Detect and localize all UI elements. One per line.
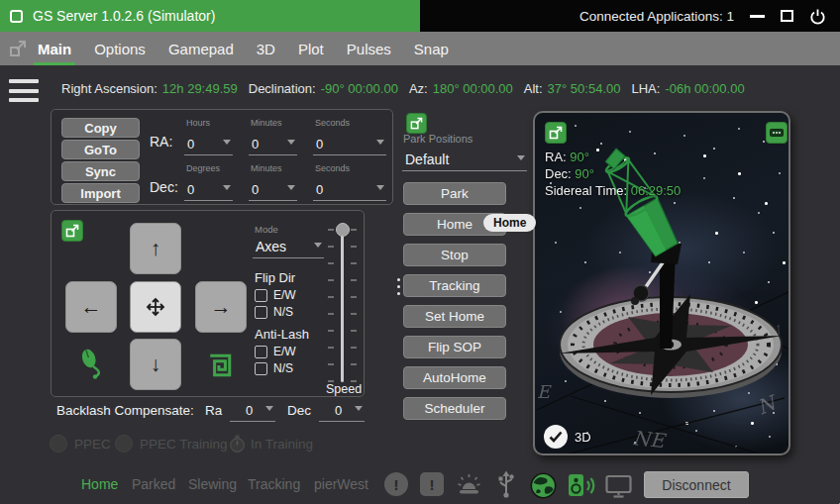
copy-button[interactable]: Copy (61, 118, 140, 138)
slew-down-button[interactable]: ↓ (130, 339, 181, 390)
slew-right-button[interactable]: → (195, 281, 247, 333)
popout-3d-view-icon[interactable] (545, 122, 567, 144)
status-tracking: Tracking (248, 476, 300, 492)
popout-window-icon[interactable] (8, 39, 28, 58)
coordinate-readout: Right Ascension: 12h 29:49.59 Declinatio… (61, 69, 756, 107)
ppec-label: PPEC (74, 437, 111, 452)
goto-coordinates-panel: Copy GoTo Sync Import RA: Dec: Hours 0 M… (51, 109, 393, 205)
tab-options[interactable]: Options (94, 41, 146, 57)
compass-script-e: E (537, 381, 552, 402)
view-options-icon[interactable] (766, 122, 788, 144)
flip-ns-label: N/S (273, 305, 293, 319)
maximize-icon[interactable] (781, 10, 793, 22)
speed-slider-track[interactable] (341, 229, 344, 382)
telescope-3d-viewport[interactable]: E N NE NW (533, 111, 790, 455)
lash-ew-checkbox[interactable] (255, 346, 267, 358)
slew-up-button[interactable]: ↑ (130, 223, 181, 274)
tab-3d[interactable]: 3D (257, 41, 275, 57)
speed-slider-thumb[interactable] (336, 223, 350, 237)
dec-degrees-spinner[interactable]: 0 (184, 161, 233, 201)
tab-plot[interactable]: Plot (298, 41, 324, 57)
ra-label: Right Ascension: (61, 81, 158, 96)
lash-ew-label: E/W (273, 345, 296, 358)
mouse-control-icon[interactable] (78, 348, 106, 379)
monitor-icon[interactable] (604, 473, 634, 499)
vp-ra-label: RA: (545, 150, 567, 164)
goto-button[interactable]: GoTo (61, 140, 140, 159)
park-positions-dropdown[interactable]: Default (402, 147, 527, 171)
compass-script-ne: NE (631, 426, 668, 453)
az-value: 180° 00:00.00 (433, 81, 513, 96)
tracking-button[interactable]: Tracking (403, 274, 506, 297)
flip-sop-button[interactable]: Flip SOP (403, 336, 506, 358)
tab-main[interactable]: Main (38, 41, 71, 57)
status-parked: Parked (132, 476, 175, 492)
dec-minutes-spinner[interactable]: 0 (249, 161, 297, 201)
disconnect-button[interactable]: Disconnect (644, 471, 749, 498)
tab-snap[interactable]: Snap (414, 41, 449, 57)
compass-script-n: N (754, 390, 782, 420)
scheduler-button[interactable]: Scheduler (403, 397, 506, 420)
dec-row-label: Dec: (150, 179, 178, 195)
lha-value: -06h 00:00.00 (665, 81, 744, 96)
stop-button[interactable]: Stop (403, 244, 506, 266)
slew-left-button[interactable]: ← (65, 281, 117, 333)
tab-pulses[interactable]: Pulses (347, 41, 391, 57)
popout-handcontrol-icon[interactable] (61, 220, 83, 242)
power-icon[interactable] (809, 8, 826, 25)
backlash-dec-dropdown[interactable]: 0 (319, 398, 365, 422)
minimize-icon[interactable] (750, 15, 765, 18)
view-3d-toggle[interactable]: 3D (544, 425, 591, 449)
import-button[interactable]: Import (61, 183, 140, 203)
beacon-icon[interactable] (456, 471, 482, 498)
lash-ns-label: N/S (273, 361, 293, 375)
tab-gamepad[interactable]: Gamepad (168, 41, 234, 57)
in-training-icon (229, 435, 246, 453)
status-home: Home (81, 476, 118, 492)
sync-button[interactable]: Sync (61, 161, 140, 181)
ra-seconds-spinner[interactable]: 0 (313, 116, 386, 155)
lash-ns-checkbox[interactable] (255, 362, 267, 375)
home-status-badge: Home (483, 214, 536, 232)
spiral-search-icon[interactable] (207, 353, 233, 378)
backlash-ra-dropdown[interactable]: 0 (230, 398, 275, 422)
title-bar-left: GS Server 1.0.2.6 (Simulator) (0, 0, 420, 32)
backlash-ra-label: Ra (205, 403, 222, 418)
alert-square-icon[interactable]: ! (420, 472, 444, 496)
title-bar: GS Server 1.0.2.6 (Simulator) Connected … (0, 0, 840, 32)
hamburger-menu-icon[interactable] (9, 79, 39, 102)
window-title: GS Server 1.0.2.6 (Simulator) (33, 8, 215, 24)
lha-label: LHA: (631, 81, 660, 96)
set-home-button[interactable]: Set Home (403, 305, 506, 328)
dec-seconds-spinner[interactable]: 0 (313, 161, 386, 201)
resize-grip[interactable] (834, 498, 836, 500)
speaker-icon[interactable] (568, 472, 595, 498)
popout-park-icon[interactable] (406, 113, 427, 134)
speed-label: Speed (326, 382, 362, 396)
usb-icon[interactable] (496, 470, 516, 499)
menu-bar: Main Options Gamepad 3D Plot Pulses Snap (0, 32, 840, 65)
alt-value: 37° 50:54.00 (548, 81, 621, 96)
view-3d-label: 3D (575, 430, 591, 445)
tracking-drag-handle[interactable] (397, 278, 400, 295)
viewport-readout: RA: 90° Dec: 90° Sidereal Time: 06:29:50 (545, 149, 681, 199)
ppec-toggle (50, 435, 67, 453)
dec-label: Declination: (249, 81, 316, 96)
vp-sidereal-label: Sidereal Time: (545, 183, 627, 198)
status-pier-side: pierWest (314, 476, 368, 492)
alert-circle-icon[interactable]: ! (384, 472, 408, 496)
ra-hours-spinner[interactable]: 0 (184, 116, 233, 155)
autohome-button[interactable]: AutoHome (403, 366, 506, 389)
gs-server-window: GS Server 1.0.2.6 (Simulator) Connected … (0, 0, 840, 504)
flip-ew-checkbox[interactable] (255, 289, 267, 302)
app-logo-icon (10, 10, 23, 23)
flip-ns-checkbox[interactable] (255, 306, 267, 319)
slew-center-button[interactable] (130, 281, 181, 333)
ra-minutes-spinner[interactable]: 0 (249, 116, 297, 155)
mode-dropdown[interactable]: Axes (253, 224, 324, 258)
park-button[interactable]: Park (403, 182, 506, 205)
vp-dec-label: Dec: (545, 166, 572, 181)
connected-applications-label: Connected Applications: 1 (579, 9, 734, 24)
globe-icon[interactable] (530, 472, 557, 499)
vp-dec-value: 90° (575, 166, 594, 181)
